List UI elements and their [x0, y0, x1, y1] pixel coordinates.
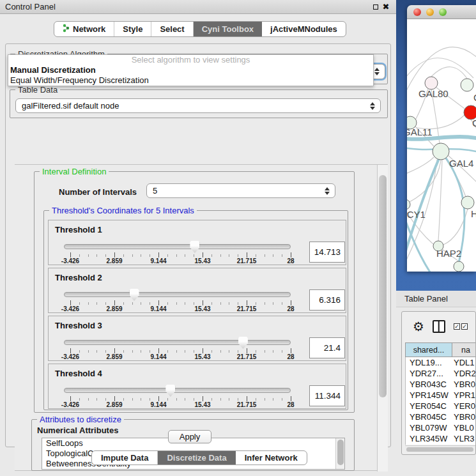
threshold-value-field[interactable]	[309, 385, 345, 406]
number-of-intervals-combo[interactable]: 5	[146, 183, 335, 198]
tab-label: Cyni Toolbox	[202, 24, 254, 34]
table-row[interactable]: YDR27...YDR2	[406, 368, 476, 379]
network-graph: GAL80GACGAL11GAL4GCY1HHAP2	[407, 19, 476, 272]
node-label-GAL80: GAL80	[418, 88, 449, 99]
GCY1-node[interactable]	[407, 199, 410, 210]
tick-label: -3.426	[61, 353, 79, 360]
table-panel-toolbar: ⚙ ✓ ✓	[402, 312, 475, 341]
table-row[interactable]: YPR145WYPR1	[406, 390, 476, 401]
slider-thumb[interactable]	[190, 241, 199, 253]
threshold-slider[interactable]	[64, 244, 291, 249]
scrollbar-thumb[interactable]	[379, 175, 387, 397]
threshold-slider[interactable]	[64, 292, 291, 297]
select-all-checkbox-icon[interactable]: ✓	[454, 323, 460, 330]
table-horizontal-scrollbar[interactable]	[405, 445, 476, 452]
tab-jactivemnodules[interactable]: jActiveMNodules	[262, 22, 346, 36]
major-ticks	[70, 348, 291, 353]
slider-thumb[interactable]	[165, 385, 175, 397]
threshold-slider[interactable]	[64, 340, 291, 345]
gear-icon[interactable]: ⚙	[413, 320, 424, 333]
threshold-value-field[interactable]	[309, 242, 345, 263]
table-row[interactable]: YBR043CYBR0	[406, 379, 476, 390]
control-panel-titlebar: Control Panel ✖	[0, 0, 396, 14]
float-panel-button[interactable]	[371, 2, 381, 12]
network-window-titlebar	[407, 5, 476, 19]
select-all-checkbox-icon-2[interactable]: ✓	[461, 323, 468, 330]
threshold-slider[interactable]	[64, 388, 291, 393]
tick-label: -3.426	[61, 401, 79, 408]
slider-ticks	[70, 252, 291, 257]
settings-vertical-scrollbar[interactable]	[377, 165, 388, 472]
column-header-name[interactable]: na	[452, 343, 476, 357]
interval-definition-title: Interval Definition	[40, 167, 109, 176]
number-of-intervals-label: Number of Intervals	[59, 187, 137, 197]
tab-select[interactable]: Select	[151, 22, 193, 36]
table-row[interactable]: YBL079WYBL0	[406, 422, 476, 433]
network-icon	[63, 24, 70, 35]
table-row[interactable]: YIL052CYIL0	[406, 444, 476, 445]
tick-label: 15.43	[194, 305, 210, 312]
table-data-combo[interactable]: galFiltered.sif default node	[15, 98, 381, 113]
corner-node[interactable]	[454, 261, 464, 272]
table-panel: ⚙ ✓ ✓ shared... na YDL19...YDL1YDR27...Y…	[401, 311, 476, 455]
network-view-window[interactable]: GAL80GACGAL11GAL4GCY1HHAP2	[407, 5, 476, 272]
node-label-GA: GA	[473, 92, 476, 103]
node-label-GAL11: GAL11	[407, 127, 433, 137]
slider-thumb[interactable]	[238, 337, 248, 349]
tick-label: 28	[287, 257, 294, 265]
GAL80-node[interactable]	[425, 77, 438, 89]
GAL4-node[interactable]	[433, 143, 449, 160]
threshold-value-field[interactable]	[309, 337, 345, 358]
close-panel-button[interactable]: ✖	[381, 2, 391, 12]
apply-button[interactable]: Apply	[168, 430, 211, 443]
cell-name: YLR3	[452, 434, 476, 443]
H-node[interactable]	[461, 196, 474, 209]
zoom-window-icon[interactable]	[439, 8, 447, 16]
slider-thumb[interactable]	[130, 289, 139, 301]
column-layout-icon[interactable]	[433, 320, 445, 333]
tab-cyni-toolbox[interactable]: Cyni Toolbox	[194, 22, 262, 36]
tab-label: Impute Data	[101, 453, 148, 463]
slider-tick-labels: -3.4262.8599.14415.4321.71528	[70, 305, 291, 312]
node-label-C: C	[472, 118, 476, 128]
table-row[interactable]: YLR345WYLR3	[406, 433, 476, 444]
node-label-GCY1: GCY1	[407, 209, 426, 220]
algorithm-option-manual[interactable]: Manual Discretization	[8, 65, 373, 75]
tab-impute-data[interactable]: Impute Data	[92, 451, 158, 464]
slider-ticks	[70, 300, 291, 305]
cell-name: YDR2	[452, 369, 476, 378]
table-panel-titlebar: Table Panel	[396, 291, 476, 307]
minimize-window-icon[interactable]	[426, 8, 434, 16]
cell-name: YDL1	[452, 358, 476, 367]
threshold-panel-3: Threshold 3-3.4262.8599.14415.4321.71528	[48, 316, 346, 361]
tab-style[interactable]: Style	[114, 22, 151, 36]
top-node[interactable]	[461, 79, 473, 91]
tick-label: -3.426	[61, 257, 79, 265]
tick-label: 2.859	[106, 257, 122, 265]
threshold-label: Threshold 1	[55, 225, 102, 234]
table-row[interactable]: YDL19...YDL1	[406, 357, 476, 368]
attributes-scrollbar[interactable]	[335, 438, 344, 469]
algorithm-option-equal-width[interactable]: Equal Width/Frequency Discretization	[8, 75, 373, 86]
cell-shared-name: YBR043C	[406, 380, 452, 389]
tick-label: 9.144	[150, 257, 166, 265]
node-label-HAP2: HAP2	[436, 248, 461, 259]
tab-infer-network[interactable]: Infer Network	[236, 451, 307, 464]
settings-scroll-area: Interval Definition Number of Intervals …	[15, 164, 388, 471]
table-row[interactable]: YBR045CYBR0	[406, 411, 476, 422]
table-panel-title: Table Panel	[404, 294, 448, 303]
major-ticks	[70, 396, 291, 401]
tab-discretize-data[interactable]: Discretize Data	[158, 451, 235, 464]
algorithm-hint: Select algorithm to view settings	[8, 55, 373, 65]
network-canvas[interactable]: GAL80GACGAL11GAL4GCY1HHAP2	[407, 19, 476, 272]
column-header-shared-name[interactable]: shared...	[406, 343, 452, 357]
cell-name: YBR0	[452, 380, 476, 389]
network-edge	[407, 58, 473, 80]
threshold-value-field[interactable]	[309, 289, 345, 311]
tab-label: Discretize Data	[167, 453, 226, 463]
slider-tick-labels: -3.4262.8599.14415.4321.71528	[70, 257, 291, 265]
tab-network[interactable]: Network	[54, 22, 114, 36]
close-window-icon[interactable]	[413, 8, 421, 16]
threshold-label: Threshold 2	[55, 273, 102, 282]
table-row[interactable]: YER054CYER0	[406, 401, 476, 411]
